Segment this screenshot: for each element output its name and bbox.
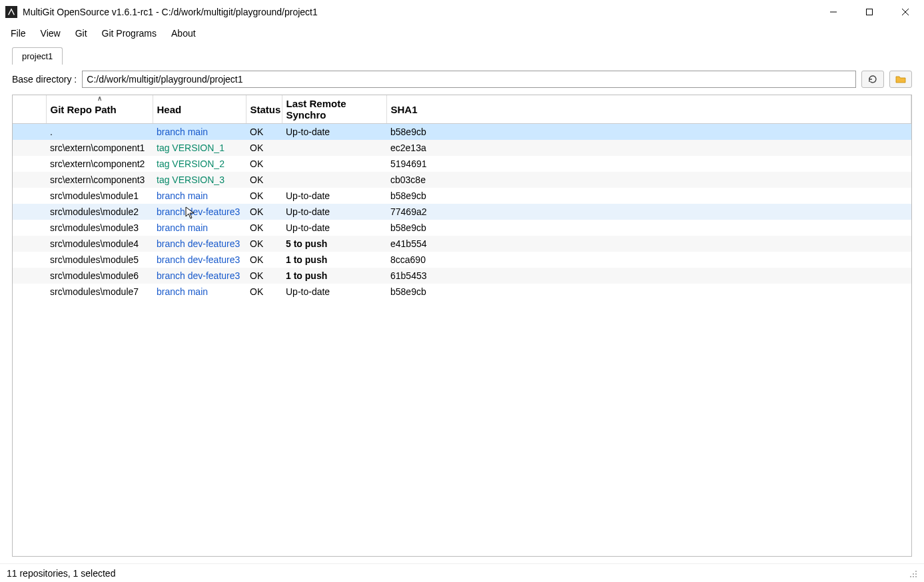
maximize-button[interactable]: [860, 3, 879, 21]
cell-empty: [13, 236, 46, 252]
col-header-path[interactable]: ∧Git Repo Path: [46, 95, 153, 124]
cell-empty: [13, 140, 46, 156]
cell-head: tag VERSION_3: [153, 172, 246, 188]
repo-table-scroll[interactable]: ∧Git Repo Path Head Status Last Remote S…: [13, 95, 911, 556]
cell-head: branch main: [153, 124, 246, 140]
cell-synchro: Up-to-date: [282, 188, 386, 204]
menu-file[interactable]: File: [4, 26, 33, 41]
close-button[interactable]: [896, 3, 915, 21]
minimize-button[interactable]: [824, 3, 843, 21]
cell-status: OK: [246, 284, 282, 300]
table-row[interactable]: src\extern\component2tag VERSION_2OK5194…: [13, 156, 911, 172]
cell-sha: 8cca690: [386, 252, 911, 268]
cell-sha: b58e9cb: [386, 220, 911, 236]
menubar: File View Git Git Programs About: [0, 24, 924, 43]
cell-sha: ec2e13a: [386, 140, 911, 156]
base-directory-row: Base directory :: [0, 64, 924, 95]
table-row[interactable]: src\modules\module2branch dev-feature3OK…: [13, 204, 911, 220]
resize-grip-icon[interactable]: [908, 569, 917, 578]
cell-sha: 61b5453: [386, 268, 911, 284]
cell-empty: [13, 220, 46, 236]
cell-empty: [13, 124, 46, 140]
cell-head: branch dev-feature3: [153, 204, 246, 220]
table-row[interactable]: .branch mainOKUp-to-dateb58e9cb: [13, 124, 911, 140]
col-header-head[interactable]: Head: [153, 95, 246, 124]
table-row[interactable]: src\modules\module1branch mainOKUp-to-da…: [13, 188, 911, 204]
cell-status: OK: [246, 236, 282, 252]
cell-synchro: 5 to push: [282, 236, 386, 252]
base-directory-label: Base directory :: [12, 74, 77, 85]
cell-empty: [13, 268, 46, 284]
statusbar: 11 repositories, 1 selected: [0, 563, 924, 582]
cell-path: src\modules\module7: [46, 284, 153, 300]
cell-path: src\modules\module1: [46, 188, 153, 204]
svg-point-8: [910, 576, 911, 577]
table-row[interactable]: src\modules\module3branch mainOKUp-to-da…: [13, 220, 911, 236]
cell-synchro: [282, 140, 386, 156]
cell-head: branch main: [153, 188, 246, 204]
cell-empty: [13, 284, 46, 300]
cell-status: OK: [246, 204, 282, 220]
cell-empty: [13, 204, 46, 220]
titlebar: MultiGit OpenSource v1.6.1-rc1 - C:/d/wo…: [0, 0, 924, 24]
menu-git-programs[interactable]: Git Programs: [95, 26, 163, 41]
cell-status: OK: [246, 220, 282, 236]
cell-path: src\modules\module2: [46, 204, 153, 220]
window-controls: [824, 3, 915, 21]
col-header-status[interactable]: Status: [246, 95, 282, 124]
table-row[interactable]: src\modules\module7branch mainOKUp-to-da…: [13, 284, 911, 300]
table-row[interactable]: src\modules\module6branch dev-feature3OK…: [13, 268, 911, 284]
table-row[interactable]: src\modules\module4branch dev-feature3OK…: [13, 236, 911, 252]
cell-path: src\modules\module5: [46, 252, 153, 268]
table-row[interactable]: src\extern\component3tag VERSION_3OKcb03…: [13, 172, 911, 188]
svg-point-9: [913, 576, 914, 577]
window-title: MultiGit OpenSource v1.6.1-rc1 - C:/d/wo…: [23, 7, 819, 17]
col-header-empty[interactable]: [13, 95, 46, 124]
cell-synchro: Up-to-date: [282, 284, 386, 300]
table-row[interactable]: src\extern\component1tag VERSION_1OKec2e…: [13, 140, 911, 156]
cell-path: src\extern\component3: [46, 172, 153, 188]
cell-head: branch dev-feature3: [153, 236, 246, 252]
cell-head: tag VERSION_2: [153, 156, 246, 172]
cell-status: OK: [246, 252, 282, 268]
svg-point-10: [915, 576, 917, 577]
tab-row: project1: [0, 43, 924, 64]
cell-empty: [13, 188, 46, 204]
cell-head: branch dev-feature3: [153, 252, 246, 268]
open-folder-button[interactable]: [889, 71, 912, 88]
sort-indicator-icon: ∧: [97, 95, 102, 102]
cell-path: src\extern\component2: [46, 156, 153, 172]
svg-rect-2: [867, 9, 873, 15]
menu-git[interactable]: Git: [69, 26, 94, 41]
cell-head: branch dev-feature3: [153, 268, 246, 284]
cell-head: tag VERSION_1: [153, 140, 246, 156]
cell-path: src\modules\module4: [46, 236, 153, 252]
refresh-button[interactable]: [861, 71, 884, 88]
cell-synchro: 1 to push: [282, 252, 386, 268]
cell-sha: 5194691: [386, 156, 911, 172]
app-icon: [5, 6, 17, 18]
col-header-synchro[interactable]: Last Remote Synchro: [282, 95, 386, 124]
cell-synchro: Up-to-date: [282, 124, 386, 140]
cell-status: OK: [246, 188, 282, 204]
svg-point-6: [913, 573, 914, 575]
cell-path: .: [46, 124, 153, 140]
tab-project1[interactable]: project1: [12, 47, 63, 65]
cell-head: branch main: [153, 284, 246, 300]
cell-status: OK: [246, 124, 282, 140]
cell-sha: b58e9cb: [386, 124, 911, 140]
menu-view[interactable]: View: [34, 26, 67, 41]
col-header-sha[interactable]: SHA1: [386, 95, 911, 124]
menu-about[interactable]: About: [165, 26, 203, 41]
cell-path: src\extern\component1: [46, 140, 153, 156]
base-directory-input[interactable]: [82, 71, 856, 88]
cell-path: src\modules\module6: [46, 268, 153, 284]
cell-empty: [13, 172, 46, 188]
statusbar-text: 11 repositories, 1 selected: [7, 568, 115, 579]
cell-empty: [13, 252, 46, 268]
cell-synchro: Up-to-date: [282, 204, 386, 220]
cell-empty: [13, 156, 46, 172]
table-row[interactable]: src\modules\module5branch dev-feature3OK…: [13, 252, 911, 268]
cell-status: OK: [246, 156, 282, 172]
repo-table-container: ∧Git Repo Path Head Status Last Remote S…: [12, 95, 912, 557]
